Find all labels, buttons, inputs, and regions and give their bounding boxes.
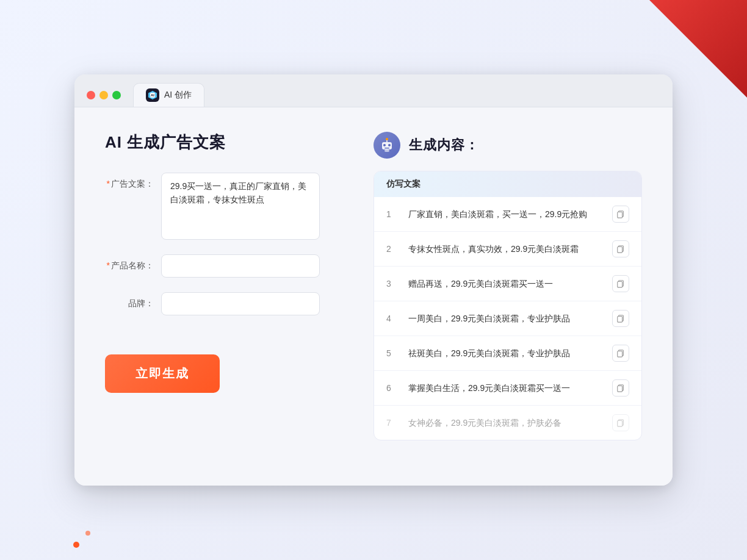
copy-button-2[interactable] <box>612 240 629 257</box>
window-controls <box>87 91 121 99</box>
brand-input[interactable]: 好白 <box>161 292 320 315</box>
result-number: 6 <box>386 383 399 393</box>
results-header: 仿写文案 <box>374 171 641 197</box>
result-text: 女神必备，29.9元美白淡斑霜，护肤必备 <box>408 417 602 429</box>
svg-rect-10 <box>618 247 622 253</box>
product-name-group: *产品名称： 美白淡斑霜 <box>105 254 337 278</box>
robot-icon <box>374 132 400 159</box>
svg-rect-8 <box>618 212 622 218</box>
result-row: 4 一周美白，29.9元美白淡斑霜，专业护肤品 <box>374 301 641 336</box>
result-row-dimmed: 7 女神必备，29.9元美白淡斑霜，护肤必备 <box>374 406 641 440</box>
dot-decoration-2 <box>85 531 90 536</box>
svg-rect-18 <box>618 386 622 392</box>
tab-ai-creation[interactable]: AI AI 创作 <box>133 83 204 107</box>
result-row: 5 祛斑美白，29.9元美白淡斑霜，专业护肤品 <box>374 336 641 371</box>
result-number: 3 <box>386 279 399 289</box>
tab-area: AI AI 创作 <box>133 83 204 107</box>
ad-copy-input[interactable]: 29.9买一送一，真正的厂家直销，美白淡斑霜，专抹女性斑点 <box>161 173 320 240</box>
dot-decoration-1 <box>73 542 79 548</box>
brand-label: 品牌： <box>105 292 154 309</box>
result-row: 1 厂家直销，美白淡斑霜，买一送一，29.9元抢购 <box>374 197 641 232</box>
result-number: 7 <box>386 418 399 428</box>
result-text: 一周美白，29.9元美白淡斑霜，专业护肤品 <box>408 312 602 325</box>
tab-icon-inner: AI <box>150 93 155 98</box>
product-name-input[interactable]: 美白淡斑霜 <box>161 254 320 278</box>
browser-content: AI 生成广告文案 *广告文案： 29.9买一送一，真正的厂家直销，美白淡斑霜，… <box>74 107 673 486</box>
browser-window: AI AI 创作 AI 生成广告文案 *广告文案： 29.9买一送一，真正的厂家… <box>74 74 673 486</box>
result-number: 5 <box>386 348 399 358</box>
tab-icon: AI <box>146 88 159 102</box>
result-number: 4 <box>386 314 399 323</box>
minimize-button[interactable] <box>99 91 108 99</box>
right-header: 生成内容： <box>374 132 642 159</box>
result-text: 赠品再送，29.9元美白淡斑霜买一送一 <box>408 278 602 290</box>
result-number: 1 <box>386 209 399 219</box>
svg-point-2 <box>388 144 391 146</box>
maximize-button[interactable] <box>112 91 121 99</box>
robot-svg <box>378 136 396 154</box>
results-container: 仿写文案 1 厂家直销，美白淡斑霜，买一送一，29.9元抢购 2 专抹女性斑点，… <box>374 171 642 440</box>
result-row: 2 专抹女性斑点，真实功效，29.9元美白淡斑霜 <box>374 232 641 267</box>
copy-button-3[interactable] <box>612 275 629 292</box>
product-name-label: *产品名称： <box>105 254 154 271</box>
result-row: 3 赠品再送，29.9元美白淡斑霜买一送一 <box>374 267 641 301</box>
left-panel: AI 生成广告文案 *广告文案： 29.9买一送一，真正的厂家直销，美白淡斑霜，… <box>105 132 337 461</box>
result-row: 6 掌握美白生活，29.9元美白淡斑霜买一送一 <box>374 371 641 406</box>
result-text: 厂家直销，美白淡斑霜，买一送一，29.9元抢购 <box>408 208 602 221</box>
page-title: AI 生成广告文案 <box>105 132 337 153</box>
copy-button-6[interactable] <box>612 379 629 397</box>
close-button[interactable] <box>87 91 95 99</box>
browser-chrome: AI AI 创作 <box>74 74 673 107</box>
svg-point-5 <box>386 138 388 140</box>
svg-rect-12 <box>618 282 622 288</box>
svg-rect-14 <box>618 317 622 323</box>
copy-button-4[interactable] <box>612 310 629 327</box>
required-star-2: * <box>107 260 110 270</box>
svg-rect-16 <box>618 351 622 357</box>
right-title: 生成内容： <box>409 136 479 154</box>
required-star-1: * <box>107 179 110 188</box>
copy-button-5[interactable] <box>612 345 629 362</box>
right-panel: 生成内容： 仿写文案 1 厂家直销，美白淡斑霜，买一送一，29.9元抢购 2 专… <box>374 132 642 461</box>
svg-point-1 <box>383 144 386 146</box>
copy-button-1[interactable] <box>612 206 629 223</box>
ad-copy-label: *广告文案： <box>105 173 154 190</box>
svg-rect-20 <box>618 421 622 427</box>
result-text: 掌握美白生活，29.9元美白淡斑霜买一送一 <box>408 382 602 395</box>
svg-rect-6 <box>384 149 389 152</box>
result-number: 2 <box>386 244 399 254</box>
brand-group: 品牌： 好白 <box>105 292 337 315</box>
result-text: 专抹女性斑点，真实功效，29.9元美白淡斑霜 <box>408 243 602 256</box>
copy-button-7[interactable] <box>612 414 629 431</box>
tab-label: AI 创作 <box>164 90 192 101</box>
ad-copy-group: *广告文案： 29.9买一送一，真正的厂家直销，美白淡斑霜，专抹女性斑点 <box>105 173 337 240</box>
svg-rect-3 <box>384 148 389 149</box>
result-text: 祛斑美白，29.9元美白淡斑霜，专业护肤品 <box>408 347 602 360</box>
generate-button[interactable]: 立即生成 <box>105 354 220 393</box>
